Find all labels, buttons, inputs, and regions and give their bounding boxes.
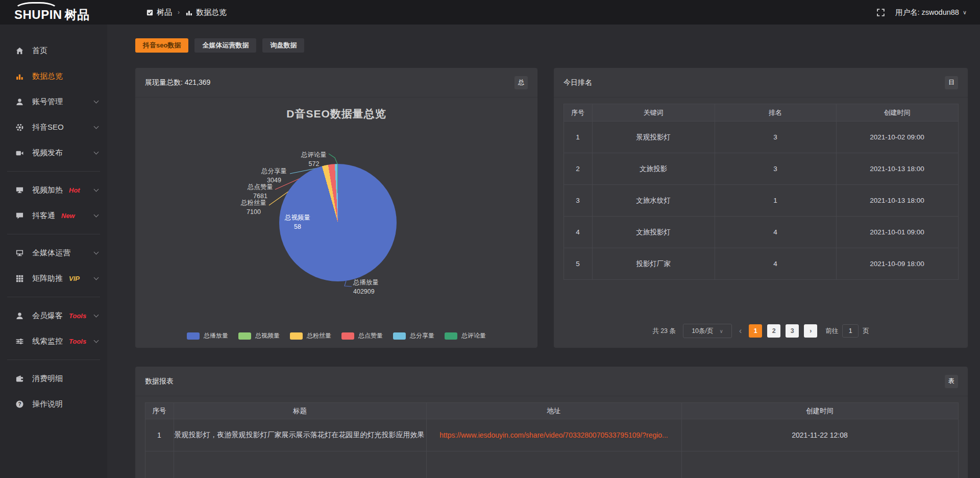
sidebar-item-label: 首页 <box>32 46 47 56</box>
tab-2[interactable]: 询盘数据 <box>262 38 304 53</box>
table-cell <box>681 451 958 478</box>
prev-page-button[interactable]: ‹ <box>737 326 744 336</box>
pie-label-value: 572 <box>283 159 345 169</box>
chevron-down-icon <box>94 150 99 155</box>
goto-unit-label: 页 <box>863 327 869 336</box>
sidebar-item-label: 消费明细 <box>32 374 63 384</box>
sidebar-item-label: 矩阵助推 <box>32 274 63 283</box>
table-cell: 2 <box>564 153 592 185</box>
next-page-button[interactable]: › <box>804 324 817 338</box>
table-header-cell: 关键词 <box>592 104 715 122</box>
sidebar-item-member-burst[interactable]: 会员爆客Tools <box>0 303 107 328</box>
sidebar-item-clue-monitor[interactable]: 线索监控Tools <box>0 328 107 354</box>
table-cell: 2021-10-01 09:00 <box>836 217 958 248</box>
data-report-title: 数据报表 <box>145 377 174 386</box>
sidebar-item-data-overview[interactable]: 数据总览 <box>0 63 107 89</box>
table-header-cell: 创建时间 <box>681 403 958 419</box>
tab-0[interactable]: 抖音seo数据 <box>135 38 188 53</box>
sidebar: 首页数据总览账号管理抖音SEO视频发布视频加热Hot抖客通New全媒体运营矩阵助… <box>0 25 107 478</box>
sidebar-item-label: 全媒体运营 <box>32 248 70 258</box>
page-button-2[interactable]: 2 <box>767 324 780 338</box>
breadcrumb: 树品 › 数据总览 <box>146 8 227 17</box>
sidebar-item-label: 操作说明 <box>32 399 63 409</box>
pie-label-value: 7100 <box>223 207 284 217</box>
legend-item[interactable]: 总粉丝量 <box>290 331 331 340</box>
table-cell: 投影灯厂家 <box>592 248 715 280</box>
fullscreen-icon[interactable] <box>876 8 885 17</box>
table-cell: 文旅投影 <box>592 153 715 185</box>
goto-page-input[interactable] <box>842 324 859 338</box>
sidebar-item-media-operation[interactable]: 全媒体运营 <box>0 240 107 266</box>
breadcrumb-item-root[interactable]: 树品 <box>146 8 172 17</box>
table-cell: 2021-10-13 18:00 <box>836 185 958 217</box>
legend-swatch <box>238 332 251 340</box>
breadcrumb-label: 数据总览 <box>196 8 227 17</box>
legend-item[interactable]: 总视频量 <box>238 331 280 340</box>
sidebar-item-account-manage[interactable]: 账号管理 <box>0 89 107 114</box>
breadcrumb-item-current[interactable]: 数据总览 <box>185 8 227 17</box>
seo-overview-panel: 展现量总数: 421,369 总 D音SEO数据量总览 总播放量总视频量总粉丝量… <box>135 68 537 348</box>
video-link[interactable]: https://www.iesdouyin.com/share/video/70… <box>439 431 668 439</box>
pie-label: 总点赞量7681 <box>230 182 291 201</box>
pie-label-value: 402909 <box>353 287 409 296</box>
user-icon <box>15 98 26 106</box>
goto-label: 前往 <box>825 327 838 336</box>
chevron-down-icon <box>94 338 99 343</box>
table-row: 2文旅投影32021-10-13 18:00 <box>564 153 958 185</box>
today-rank-panel-header: 今日排名 日 <box>554 68 968 98</box>
table-header-row: 序号关键词排名创建时间 <box>564 104 958 122</box>
chevron-down-icon <box>94 250 99 255</box>
comment-icon <box>15 211 26 220</box>
table-mode-button[interactable]: 表 <box>945 375 958 388</box>
sidebar-item-matrix-boost[interactable]: 矩阵助推VIP <box>0 266 107 291</box>
table-row: 4文旅投影灯42021-10-01 09:00 <box>564 217 958 248</box>
legend-item[interactable]: 总播放量 <box>187 331 228 340</box>
table-header-cell: 序号 <box>564 104 592 122</box>
day-mode-button[interactable]: 日 <box>945 76 958 89</box>
legend-item[interactable]: 总评论量 <box>445 331 486 340</box>
sidebar-divider <box>7 297 100 297</box>
svg-text:?: ? <box>18 401 21 407</box>
sidebar-item-douyin-seo[interactable]: 抖音SEO <box>0 114 107 140</box>
question-icon: ? <box>15 400 26 409</box>
pie-chart: D音SEO数据量总览 总播放量总视频量总粉丝量总点赞量总分享量总评论量 总播放量… <box>135 98 537 347</box>
user-menu[interactable]: 用户名: zswodun88 ∨ <box>895 8 967 17</box>
pie-label-value: 3049 <box>243 176 305 185</box>
sidebar-badge-tools: Tools <box>69 338 86 345</box>
panels-row: 展现量总数: 421,369 总 D音SEO数据量总览 总播放量总视频量总粉丝量… <box>135 68 968 348</box>
sidebar-item-douketong[interactable]: 抖客通New <box>0 203 107 228</box>
total-mode-button[interactable]: 总 <box>514 76 528 89</box>
home-icon <box>15 46 26 55</box>
report-table: 序号标题地址创建时间1景观投影灯，夜游景观投影灯厂家展示展示落花灯在花园里的灯光… <box>145 402 959 478</box>
member-icon <box>15 312 26 320</box>
pagination-total-label: 共 23 条 <box>652 327 676 336</box>
table-cell: 1 <box>145 419 174 451</box>
table-cell: 文旅水纹灯 <box>592 185 715 217</box>
page-button-3[interactable]: 3 <box>786 324 799 338</box>
sidebar-item-label: 抖音SEO <box>32 123 64 132</box>
sidebar-item-video-heat[interactable]: 视频加热Hot <box>0 177 107 203</box>
legend-label: 总粉丝量 <box>307 331 331 340</box>
sidebar-item-video-publish[interactable]: 视频发布 <box>0 140 107 165</box>
sidebar-item-consume-detail[interactable]: 消费明细 <box>0 366 107 391</box>
legend-label: 总播放量 <box>204 331 228 340</box>
page-button-1[interactable]: 1 <box>749 324 762 338</box>
sidebar-divider <box>7 171 100 172</box>
tab-1[interactable]: 全媒体运营数据 <box>194 38 256 53</box>
legend-label: 总分享量 <box>410 331 434 340</box>
legend-item[interactable]: 总点赞量 <box>341 331 383 340</box>
topbar: SHUPIN树品 树品 › 数据总览 用户名: zswodun88 ∨ <box>0 0 980 25</box>
rank-table: 序号关键词排名创建时间1景观投影灯32021-10-02 09:002文旅投影3… <box>564 104 959 280</box>
chart-title: D音SEO数据量总览 <box>135 107 537 121</box>
table-row: 3文旅水纹灯12021-10-13 18:00 <box>564 185 958 217</box>
sidebar-item-operation-guide[interactable]: ?操作说明 <box>0 391 107 417</box>
page-size-select[interactable]: 10条/页 ∨ <box>683 324 732 338</box>
data-source-tabs: 抖音seo数据全媒体运营数据询盘数据 <box>135 38 968 53</box>
table-cell: 1 <box>715 185 836 217</box>
table-header-cell: 标题 <box>174 403 426 419</box>
sidebar-item-home[interactable]: 首页 <box>0 38 107 63</box>
legend-swatch <box>341 332 354 340</box>
sliders-icon <box>15 337 26 346</box>
legend-item[interactable]: 总分享量 <box>393 331 434 340</box>
table-row <box>145 451 958 478</box>
